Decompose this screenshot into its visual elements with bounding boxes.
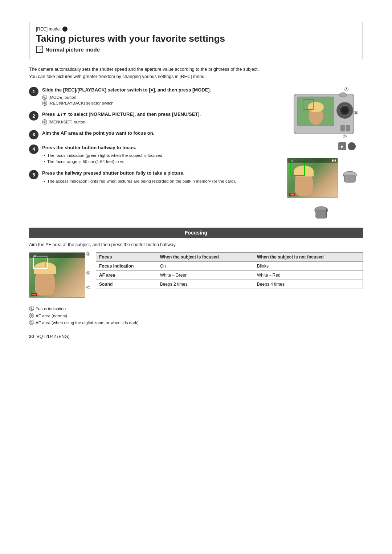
step-notes-1: Ⓐ [MODE] button Ⓑ [REC]/[PLAYBACK] selec… (42, 94, 276, 106)
step-number-1: 1 (29, 87, 38, 96)
footnote-circle-a: Ⓐ (29, 306, 34, 311)
focus-table: Focus When the subject is focused When t… (96, 252, 363, 289)
intro-text: The camera automatically sets the shutte… (29, 66, 363, 80)
play-btn: ▶ (338, 142, 346, 150)
footnote-text-c: AF area (when using the digital zoom or … (36, 319, 139, 327)
camera-label-a: Ⓐ (344, 87, 348, 92)
intro-line2: You can take pictures with greater freed… (29, 73, 363, 80)
focus-label-a: Ⓐ (86, 252, 90, 257)
subtitle-text: Normal picture mode (45, 46, 100, 53)
step-title-4: Press the shutter button halfway to focu… (42, 144, 276, 151)
rec-mode-line: [REC] mode: (36, 27, 356, 32)
step-number-4: 4 (29, 144, 38, 154)
step-bullet-5-1: The access indication lights red when pi… (44, 178, 276, 184)
footnote-text-a: Focus indication (36, 305, 66, 313)
photo-mode-text: M (291, 159, 294, 162)
photo-battery: ▮▮▮ (332, 159, 336, 162)
step-content-1: Slide the [REC]/[PLAYBACK] selector swit… (42, 87, 276, 106)
photo-record-dot: ● (289, 159, 291, 162)
page-title: Taking pictures with your favorite setti… (36, 33, 356, 44)
svg-rect-18 (316, 210, 327, 218)
focus-face (35, 270, 55, 296)
step-content-5: Press the halfway pressed shutter button… (42, 170, 276, 184)
page-number: 20 (29, 334, 34, 339)
rec-mode-icon (62, 27, 68, 32)
intro-line1: The camera automatically sets the shutte… (29, 66, 363, 73)
focus-rw: RW (31, 293, 37, 296)
svg-point-8 (342, 107, 348, 113)
shutter-half-icon (341, 171, 359, 185)
record-btn (348, 142, 356, 150)
svg-point-9 (339, 93, 347, 97)
note-text-1a: [MODE] button (49, 94, 76, 100)
focus-bottom: RW (31, 291, 37, 297)
steps-left: 1 Slide the [REC]/[PLAYBACK] selector sw… (29, 87, 276, 220)
table-cell-fi-not-focused: Blinks (254, 262, 363, 271)
step-bullet-4-1: The focus indication (green) lights when… (44, 152, 276, 159)
focus-photo-img: ● M RW (29, 252, 85, 298)
footnote-b: Ⓑ AF area (normal) (29, 313, 363, 320)
focus-rec-dot: ● (29, 254, 32, 258)
table-cell-af-not-focused: White→Red (254, 271, 363, 280)
svg-rect-11 (346, 125, 350, 131)
camera-diagram-area: Ⓐ Ⓑ (287, 87, 359, 148)
step-title-5: Press the halfway pressed shutter button… (42, 170, 276, 176)
table-cell-sound-label: Sound (96, 280, 157, 289)
table-row-focus-indication: Focus indication On Blinks (96, 262, 363, 271)
step-3: 3 Aim the AF area at the point you want … (29, 130, 276, 139)
focus-status-bar: ● M (29, 253, 85, 258)
photo-status-bar: ● M ▮▮▮ (287, 158, 338, 163)
step-content-3: Aim the AF area at the point you want to… (42, 130, 276, 138)
footnote-c: Ⓒ AF area (when using the digital zoom o… (29, 319, 363, 327)
focus-af-box-green (35, 258, 46, 267)
step-notes-2: Ⓒ [MENU/SET] button (42, 119, 276, 125)
table-row-af-area: AF area White→Green White→Red (96, 271, 363, 280)
camera-svg: Ⓑ Ⓒ (287, 87, 359, 145)
vqt-code: VQT2D42 (ENG) (37, 334, 70, 339)
step-title-1: Slide the [REC]/[PLAYBACK] selector swit… (42, 87, 276, 93)
step4-photo: ● M ▮▮▮ RW (287, 158, 338, 198)
focusing-section: Focusing Aim the AF area at the subject,… (29, 228, 363, 327)
rec-mode-text: [REC] mode: (36, 27, 61, 32)
normal-mode-icon: ○ (36, 46, 43, 53)
page-number-line: 20 VQT2D42 (ENG) (29, 334, 363, 339)
photo-bottom-text: RW (289, 191, 295, 197)
step-1: 1 Slide the [REC]/[PLAYBACK] selector sw… (29, 87, 276, 106)
step-bullets-4: The focus indication (green) lights when… (42, 152, 276, 165)
table-row-sound: Sound Beeps 2 times Beeps 4 times (96, 280, 363, 289)
step-note-1b: Ⓑ [REC]/[PLAYBACK] selector switch (42, 100, 276, 106)
step-number-2: 2 (29, 111, 38, 121)
table-cell-sound-not-focused: Beeps 4 times (254, 280, 363, 289)
footnote-text-b: AF area (normal) (36, 313, 67, 320)
label-a-1: Ⓐ (42, 95, 47, 100)
page-header-box: [REC] mode: Taking pictures with your fa… (29, 22, 363, 59)
steps-right: Ⓐ Ⓑ (283, 87, 363, 220)
step5-visual (312, 206, 334, 220)
step-bullet-4-2: The focus range is 50 cm (1.64 feet) to … (44, 159, 276, 165)
shutter-full-icon (312, 206, 330, 220)
shutter-icons (341, 171, 359, 185)
step-title-3: Aim the AF area at the point you want to… (42, 130, 276, 137)
footnote-a: Ⓐ Focus indication (29, 305, 363, 313)
step-title-2: Press ▲/▼ to select [NORMAL PICTURE], an… (42, 111, 276, 118)
table-header-focused: When the subject is focused (157, 253, 254, 262)
focus-label-b: Ⓑ (86, 270, 90, 276)
step-content-2: Press ▲/▼ to select [NORMAL PICTURE], an… (42, 111, 276, 125)
photo-rw-badge: RW (289, 194, 295, 196)
footnote-circle-c: Ⓒ (29, 320, 34, 325)
focusing-photo-area: ● M RW Ⓐ Ⓑ Ⓒ (29, 252, 87, 300)
step-number-3: 3 (29, 130, 38, 139)
step-4: 4 Press the shutter button halfway to fo… (29, 144, 276, 165)
svg-point-4 (308, 102, 324, 112)
page-subtitle: ○ Normal picture mode (36, 46, 356, 53)
focus-label-c: Ⓒ (86, 285, 90, 290)
step-number-5: 5 (29, 170, 38, 179)
svg-text:Ⓑ: Ⓑ (354, 110, 358, 115)
table-cell-sound-focused: Beeps 2 times (157, 280, 254, 289)
table-cell-af-focused: White→Green (157, 271, 254, 280)
label-b-1: Ⓑ (42, 101, 47, 106)
steps-section: 1 Slide the [REC]/[PLAYBACK] selector sw… (29, 87, 363, 220)
focusing-header: Focusing (29, 228, 363, 238)
note-text-1b: [REC]/[PLAYBACK] selector switch (49, 100, 114, 106)
svg-rect-10 (340, 125, 345, 131)
